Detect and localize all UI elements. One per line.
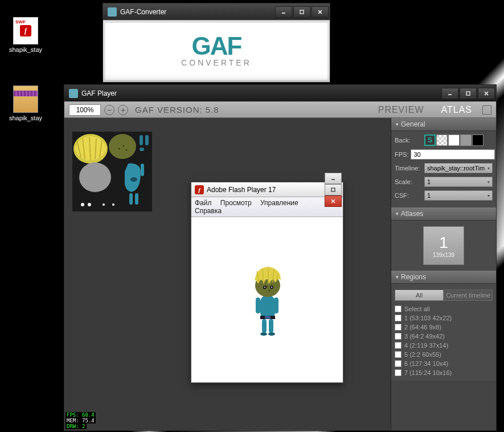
csf-dropdown[interactable]: 1 xyxy=(424,190,493,201)
svg-point-22 xyxy=(81,203,84,206)
region-item[interactable]: 3 (64:2 49x42) xyxy=(395,332,493,341)
menu-view[interactable]: Просмотр xyxy=(220,199,252,207)
maximize-button[interactable] xyxy=(460,88,477,99)
minimize-button[interactable] xyxy=(325,173,342,184)
svg-point-16 xyxy=(79,162,111,192)
timeline-dropdown[interactable]: shapik_stay::rootTim xyxy=(424,163,493,173)
svg-rect-32 xyxy=(260,295,275,319)
desktop-icon-label: shapik_stay xyxy=(6,46,46,53)
checkbox-icon[interactable] xyxy=(395,333,401,340)
zoom-in-button[interactable]: + xyxy=(118,105,128,115)
flash-stage[interactable] xyxy=(191,217,343,382)
titlebar[interactable]: GAF-Converter xyxy=(103,3,330,21)
scale-dropdown[interactable]: 1 xyxy=(424,177,493,187)
maximize-button[interactable] xyxy=(293,6,310,18)
fps-label: FPS: xyxy=(395,151,408,158)
gaf-version-label: GAF VERSION: 5.8 xyxy=(135,105,219,115)
zoom-out-button[interactable]: − xyxy=(104,105,114,115)
tab-atlas[interactable]: ATLAS xyxy=(435,105,480,115)
svg-point-17 xyxy=(130,177,137,182)
svg-point-11 xyxy=(123,145,125,147)
checkbox-icon[interactable] xyxy=(395,324,401,331)
regions-select-all[interactable]: Select all xyxy=(395,304,493,313)
gaf-logo: GAF CONVERTER xyxy=(181,35,252,67)
minimize-button[interactable] xyxy=(275,6,292,18)
window-title: GAF-Converter xyxy=(120,8,275,16)
performance-stats: FPS: 60.4 MEM: 75.4 DRW: 2 xyxy=(65,412,96,429)
zoom-input[interactable]: 100% xyxy=(69,104,101,116)
panel-header-general[interactable]: General xyxy=(391,118,496,131)
flash-player-window: f Adobe Flash Player 17 Файл Просмотр Уп… xyxy=(191,182,343,383)
checkbox-icon[interactable] xyxy=(395,315,401,321)
desktop-icon-swf[interactable]: f shapik_stay xyxy=(6,17,46,53)
menu-file[interactable]: Файл xyxy=(195,199,212,207)
checkbox-icon[interactable] xyxy=(395,369,401,376)
region-item[interactable]: 2 (64:46 9x8) xyxy=(395,323,493,332)
flash-menu-bar: Файл Просмотр Управление Справка xyxy=(191,197,343,217)
panel-header-atlases[interactable]: Atlases xyxy=(391,207,496,221)
region-item[interactable]: 7 (115:24 10x16) xyxy=(395,368,493,377)
svg-rect-1 xyxy=(300,10,304,14)
checkbox-icon[interactable] xyxy=(395,342,401,349)
desktop-icon-label: shapik_stay xyxy=(6,115,46,121)
close-button[interactable] xyxy=(478,88,495,99)
regions-tab-all[interactable]: All xyxy=(395,290,444,301)
back-color-swatches: S xyxy=(424,135,483,146)
svg-rect-5 xyxy=(466,92,470,95)
checkbox-icon[interactable] xyxy=(395,305,401,312)
region-item[interactable]: 5 (2:2 60x55) xyxy=(395,350,493,359)
svg-point-10 xyxy=(118,148,120,150)
swatch-black[interactable] xyxy=(472,135,483,146)
titlebar[interactable]: GAF Player xyxy=(64,85,496,102)
swatch-transparent[interactable] xyxy=(436,135,448,146)
checkbox-icon[interactable] xyxy=(395,360,401,367)
desktop-icon-rar[interactable]: shapik_stay xyxy=(6,85,46,121)
back-label: Back: xyxy=(395,137,422,144)
menu-control[interactable]: Управление xyxy=(260,199,298,207)
atlas-preview-image xyxy=(72,132,152,211)
svg-rect-29 xyxy=(331,188,335,191)
timeline-label: Timeline: xyxy=(395,165,422,172)
svg-point-45 xyxy=(269,290,270,291)
rar-file-icon xyxy=(13,85,38,113)
gaf-converter-body: GAF CONVERTER xyxy=(105,23,327,80)
window-title: GAF Player xyxy=(81,89,441,97)
region-item[interactable]: 1 (53:103 42x22) xyxy=(395,313,493,323)
regions-tab-current[interactable]: Current timeline xyxy=(444,290,493,301)
svg-rect-14 xyxy=(145,135,149,145)
panel-header-regions[interactable]: Regions xyxy=(391,271,496,284)
svg-rect-33 xyxy=(256,297,260,313)
svg-point-12 xyxy=(126,149,128,151)
atlas-thumbnail[interactable]: 1 139x139 xyxy=(423,226,464,265)
close-button[interactable] xyxy=(312,6,329,18)
swf-file-icon: f xyxy=(13,17,38,44)
close-button[interactable] xyxy=(325,195,342,207)
svg-rect-20 xyxy=(141,164,144,176)
fps-input[interactable] xyxy=(411,149,495,160)
region-item[interactable]: 6 (127:34 10x4) xyxy=(395,359,493,368)
gaf-player-toolbar: 100% − + GAF VERSION: 5.8 PREVIEW ATLAS xyxy=(64,102,496,118)
minimize-button[interactable] xyxy=(441,88,458,99)
checkbox-icon[interactable] xyxy=(395,351,401,358)
gaf-converter-window: GAF-Converter GAF CONVERTER xyxy=(103,3,330,83)
app-icon xyxy=(108,7,117,17)
svg-point-27 xyxy=(112,203,114,206)
character-sprite xyxy=(244,260,290,340)
swatch-white[interactable] xyxy=(448,135,460,146)
svg-point-43 xyxy=(267,286,268,287)
fullscreen-icon[interactable] xyxy=(482,105,491,115)
swatch-gray[interactable] xyxy=(460,135,472,146)
menu-help[interactable]: Справка xyxy=(195,207,222,215)
region-item[interactable]: 4 (2:119 37x14) xyxy=(395,341,493,350)
swatch-dark[interactable]: S xyxy=(424,135,436,146)
tab-preview[interactable]: PREVIEW xyxy=(371,105,431,115)
svg-rect-18 xyxy=(129,193,133,205)
svg-point-39 xyxy=(260,332,267,336)
maximize-button[interactable] xyxy=(325,184,342,195)
properties-sidebar: General Back: S FPS: ▲▼ xyxy=(391,118,496,430)
svg-point-49 xyxy=(271,287,272,288)
titlebar[interactable]: f Adobe Flash Player 17 xyxy=(191,182,343,197)
svg-rect-19 xyxy=(135,193,138,205)
scale-label: Scale: xyxy=(395,178,422,185)
svg-point-40 xyxy=(268,332,275,336)
